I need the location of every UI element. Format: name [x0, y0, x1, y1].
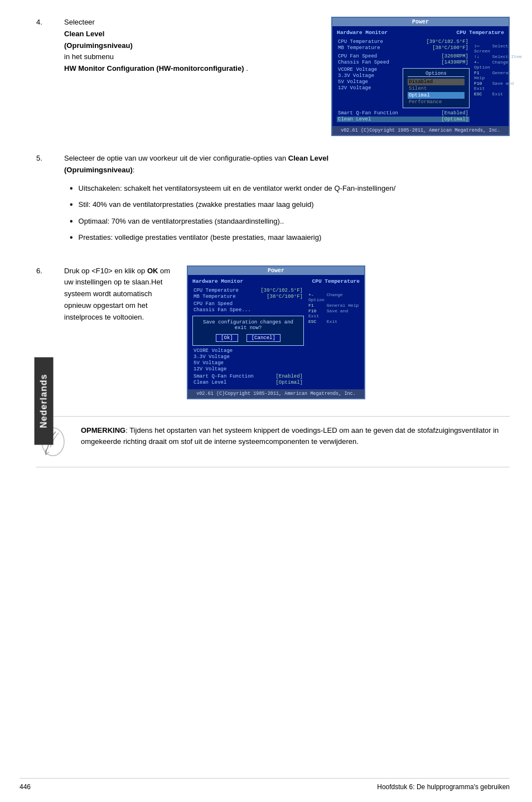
bios1-opt-performance[interactable]: Performance — [408, 99, 465, 105]
chapter-label: Hoofdstuk 6: De hulpprogramma's gebruike… — [377, 783, 510, 791]
bios1-cpu-fan-row: CPU Fan Speed [3260RPM] — [337, 54, 470, 59]
bios2-chassis-fan-label: Chassis Fan Spee... — [194, 307, 255, 313]
step6-text1: Druk op <F10> en klik op — [64, 267, 145, 275]
bios1-clean-level-label: Clean Level — [338, 117, 399, 122]
bios1-header-right: CPU Temperature — [456, 30, 504, 36]
step-5-number: 5. — [36, 153, 53, 249]
step-4-number: 4. — [36, 17, 53, 136]
bios2-mb-temp-label: MB Temperature — [194, 294, 255, 299]
bios2-vcore-label: VCORE Voltage — [194, 348, 255, 354]
note-body: : Tijdens het opstarten van het systeem … — [81, 426, 499, 446]
bios1-cpu-fan-label: CPU Fan Speed — [338, 54, 399, 59]
bios1-cpu-fan-val: [3260RPM] — [441, 54, 468, 59]
step4-bold1: Clean Level — [64, 30, 104, 38]
step4-text-mid: in het submenu — [64, 52, 114, 61]
bios2-cancel-btn[interactable]: [Cancel] — [246, 334, 280, 342]
bios2-footer: v02.61 (C)Copyright 1985-2011, American … — [188, 389, 364, 398]
step4-paren1: (Opruimingsniveau) — [64, 41, 133, 50]
bios1-vcore-row: VCORE Voltage — [337, 67, 400, 73]
bios1-options-title: Options — [408, 71, 465, 77]
bios2-title: Power — [188, 267, 364, 275]
bios2-5v-label: 5V Voltage — [194, 360, 255, 366]
bios1-header-left: Hardware Monitor — [337, 30, 388, 36]
bios1-cpu-temp-row: CPU Temperature [39°C/102.5°F] — [337, 39, 470, 45]
bios1-footer: v02.61 (C)Copyright 1985-2011, American … — [332, 126, 509, 135]
bios2-cpu-temp-row: CPU Temperature [39°C/102.5°F] — [192, 288, 304, 293]
step-4-section: 4. Selecteer Clean Level (Opruimingsnive… — [36, 17, 510, 136]
step-5-text: Selecteer de optie van uw voorkeur uit d… — [64, 153, 510, 249]
bullet-text-4: Prestaties: volledige prestaties ventila… — [79, 232, 322, 243]
bios2-clean-level-row: Clean Level [Optimal] — [192, 380, 304, 385]
bios2-3v-row: 3.3V Voltage — [192, 354, 304, 360]
bios2-cpu-temp-val: [39°C/102.5°F] — [260, 288, 303, 293]
bios1-3v-label: 3.3V Voltage — [338, 73, 399, 79]
step5-bullet-list: • Uitschakelen: schakelt het ventilators… — [70, 183, 510, 243]
bullet-item-4: • Prestaties: volledige prestaties venti… — [70, 232, 510, 243]
note-text: OPMERKING: Tijdens het opstarten van het… — [81, 425, 510, 458]
page-footer: 446 Hoofdstuk 6: De hulpprogramma's gebr… — [20, 778, 510, 791]
bios1-mb-temp-val: [38°C/100°F] — [432, 45, 468, 51]
bios1-cpu-temp-val: [39°C/102.5°F] — [426, 39, 468, 45]
bios2-dialog-text: Save configuration changes and exit now? — [197, 320, 299, 331]
step5-bold: Clean Level — [288, 154, 328, 162]
bullet-item-2: • Stil: 40% van de ventilatorprestaties … — [70, 199, 510, 210]
bios2-clean-level-label: Clean Level — [194, 380, 255, 385]
bios2-header-right: CPU Temperature — [312, 278, 360, 284]
bios1-clean-level-val: [Optimal] — [441, 117, 468, 122]
bios2-clean-level-val: [Optimal] — [275, 380, 303, 385]
bios2-cpu-fan-row: CPU Fan Speed — [192, 301, 304, 307]
bios1-5v-row: 5V Voltage — [337, 79, 400, 85]
bios1-right-panel: ↕↔ Select Screen ↑↓ Select Item +- Chang… — [472, 39, 522, 123]
bios2-mb-temp-row: MB Temperature [38°C/100°F] — [192, 294, 304, 299]
step5-colon: : — [133, 166, 135, 174]
page-number: 446 — [20, 783, 31, 791]
bios1-vcore-label: VCORE Voltage — [338, 67, 399, 73]
bios2-5v-row: 5V Voltage — [192, 360, 304, 366]
step5-paren: (Opruimingsniveau) — [64, 166, 133, 174]
bios2-right-panel: +- Change Option F1 General Help F10 Sav… — [306, 288, 360, 386]
bios2-cpu-temp-label: CPU Temperature — [194, 288, 255, 293]
bios2-smart-fan-label: Smart Q-Fan Function — [194, 374, 255, 379]
bios1-mb-temp-row: MB Temperature [38°C/100°F] — [337, 45, 470, 51]
bios1-opt-disabled[interactable]: Disabled — [408, 79, 465, 85]
bios2-12v-label: 12V Voltage — [194, 366, 255, 372]
bios1-opt-silent[interactable]: Silent — [408, 85, 465, 92]
bullet-dot-3: • — [70, 216, 73, 227]
bios2-smart-fan-val: [Enabled] — [275, 374, 303, 379]
bios1-chassis-fan-val: [1439RPM] — [441, 60, 468, 65]
bios1-12v-label: 12V Voltage — [338, 85, 399, 91]
bios2-3v-label: 3.3V Voltage — [194, 354, 255, 360]
bios2-ok-btn[interactable]: [Ok] — [216, 334, 238, 342]
bios2-header-left: Hardware Monitor — [192, 278, 243, 284]
bios2-smart-fan-row: Smart Q-Fan Function [Enabled] — [192, 374, 304, 379]
bullet-text-1: Uitschakelen: schakelt het ventilatorsys… — [79, 183, 396, 194]
bios1-nav-keys: ↕↔ Select Screen ↑↓ Select Item +- Chang… — [474, 44, 522, 96]
bios2-mb-temp-val: [38°C/100°F] — [267, 294, 303, 299]
step4-text-after: . — [246, 64, 248, 73]
bios2-cpu-fan-label: CPU Fan Speed — [194, 301, 255, 307]
step6-bold: OK — [147, 267, 158, 275]
bios2-vcore-row: VCORE Voltage — [192, 348, 304, 354]
step-6-text: Druk op <F10> en klik op OK om uw instel… — [64, 265, 176, 399]
bios1-smart-fan-label: Smart Q-Fan Function — [338, 110, 399, 116]
bios1-mb-temp-label: MB Temperature — [338, 45, 399, 51]
bullet-dot-4: • — [70, 232, 73, 243]
step-4-text: Selecteer Clean Level (Opruimingsniveau)… — [64, 17, 320, 136]
bios1-opt-optimal[interactable]: Optimal — [408, 92, 465, 99]
bullet-item-1: • Uitschakelen: schakelt het ventilators… — [70, 183, 510, 194]
bullet-text-3: Optimaal: 70% van de ventilatorprestatie… — [79, 216, 284, 227]
bios-screen-1: Power Hardware Monitor CPU Temperature C… — [331, 17, 510, 136]
bios1-12v-row: 12V Voltage — [337, 85, 400, 91]
bios2-nav-keys: +- Change Option F1 General Help F10 Sav… — [308, 292, 360, 324]
bios1-smart-fan-row: Smart Q-Fan Function [Enabled] — [337, 110, 470, 116]
note-bold: OPMERKING — [81, 426, 125, 434]
bios1-smart-fan-val: [Enabled] — [441, 110, 468, 116]
bullet-text-2: Stil: 40% van de ventilatorprestaties (z… — [79, 199, 314, 210]
step-6-section: 6. Druk op <F10> en klik op OK om uw ins… — [36, 265, 510, 399]
step4-text-before: Selecteer — [64, 18, 95, 26]
sidebar-language-tab: Nederlands — [35, 357, 54, 445]
bios1-title: Power — [332, 18, 509, 26]
bios1-clean-level-row: Clean Level [Optimal] — [337, 117, 470, 122]
bullet-item-3: • Optimaal: 70% van de ventilatorprestat… — [70, 216, 510, 227]
bios1-5v-label: 5V Voltage — [338, 79, 399, 85]
